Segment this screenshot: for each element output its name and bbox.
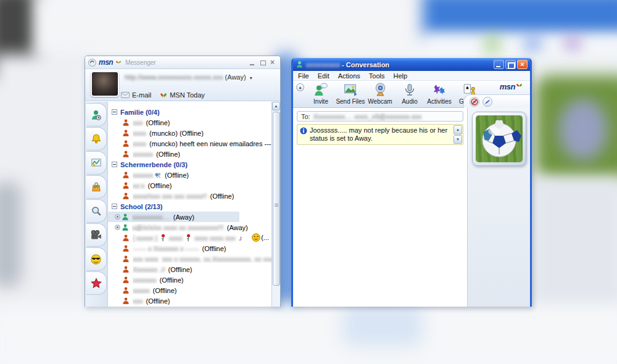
rose-icon xyxy=(186,234,191,242)
emoticon-suffix-text: (... xyxy=(261,234,269,241)
tab-search[interactable] xyxy=(86,199,107,223)
conversation-titlebar[interactable]: xxxxxxxxx - Conversation × xyxy=(293,58,530,71)
contact-row[interactable]: xxxx//xxx xxx xxx xxxxx!! (Offline) xyxy=(108,191,271,201)
msn-butterfly-icon xyxy=(115,59,122,65)
handwriting-pen-icon[interactable] xyxy=(482,97,492,107)
contact-row[interactable]: xx:x (Offline) xyxy=(108,180,271,191)
msn-today-button[interactable]: MSN Today xyxy=(160,91,205,99)
contact-text: xxxxxxxxx.... (Away) xyxy=(132,213,194,221)
invite-button[interactable]: Invite xyxy=(307,81,335,107)
audio-button[interactable]: Audio xyxy=(395,81,424,107)
collapse-icon[interactable] xyxy=(112,204,117,209)
group-header[interactable]: School (2/13) xyxy=(108,201,271,212)
contact-text: xxxxxxx (Offline) xyxy=(133,276,183,284)
block-icon[interactable] xyxy=(470,97,479,107)
menu-help[interactable]: Help xyxy=(393,72,407,80)
contact-row[interactable]: xxxxxx (Offline) xyxy=(108,170,271,180)
webcam-button[interactable]: Webcam xyxy=(366,81,394,107)
user-display-name[interactable]: http://www.xxxxxxxxxx-xxxxx.xxx xyxy=(125,73,223,81)
tab-alerts[interactable] xyxy=(86,127,107,151)
messenger-window: msn Messenger × http://www.xxxxxxxxxx-xx… xyxy=(85,56,281,307)
msn-logo: msn xyxy=(500,82,515,91)
soccer-ball-image xyxy=(476,115,523,162)
group-header[interactable]: Familie (0/4) xyxy=(108,107,271,117)
minimize-icon[interactable] xyxy=(494,60,504,69)
member-badge-icon xyxy=(115,214,120,220)
messenger-titlebar[interactable]: msn Messenger × xyxy=(85,56,280,69)
buddy-window-icon xyxy=(296,60,304,68)
favorites-star-icon xyxy=(91,278,102,289)
minimize-icon[interactable] xyxy=(249,59,256,66)
group-name: School (2/13) xyxy=(120,203,162,210)
send-files-icon xyxy=(342,81,358,97)
send-files-button[interactable]: Send Files xyxy=(336,81,365,107)
contact-row[interactable]: xxx xxxx xxx x xxxxxx, xx.Xxxxxxxxxxx, x… xyxy=(108,254,271,264)
message-history[interactable] xyxy=(297,145,463,268)
contact-row[interactable]: x@/x/x/xx xxxx xx xxxxxxxxx!!! (Away) xyxy=(108,222,271,233)
group-header[interactable]: Schermerbende (0/3) xyxy=(108,159,271,170)
contact-text: xxxxxx (Offline) xyxy=(133,172,189,179)
tab-favorites[interactable] xyxy=(86,271,107,295)
maximize-icon[interactable] xyxy=(505,60,516,69)
contact-text: [ xxxxx ] xxxx xxxx xxxx xxx ♪ xyxy=(133,234,242,242)
contact-row[interactable]: xxxxx (Offline) xyxy=(108,285,271,296)
video-camera-icon xyxy=(90,230,102,241)
to-field[interactable]: To: Xxxxxxxxx.... xxxx_x9@xxxxxxx.xxx xyxy=(297,111,463,122)
rose-icon xyxy=(160,234,166,242)
contact-text: xxxx (muncko) (Offline) xyxy=(133,130,204,137)
message-area: To: Xxxxxxxxx.... xxxx_x9@xxxxxxx.xxx Jo… xyxy=(293,108,467,307)
contact-row[interactable]: [ xxxxx ] xxxx xxxx xxxx xxx ♪(... xyxy=(108,233,271,243)
activities-button[interactable]: Activities xyxy=(425,81,453,107)
contact-row[interactable]: xxxxxxx (Offline) xyxy=(108,275,271,285)
menu-tools[interactable]: Tools xyxy=(369,72,385,80)
contact-row[interactable]: xxxxxxxxx.... (Away) xyxy=(108,212,239,222)
offline-buddy-icon xyxy=(122,150,130,158)
contact-row[interactable]: xxx (Offline) xyxy=(108,296,271,306)
contact-text: xxxx//xxx xxx xxx xxxxx!! (Offline) xyxy=(133,192,234,200)
menu-actions[interactable]: Actions xyxy=(338,72,360,80)
tab-shopping[interactable] xyxy=(86,175,107,199)
tab-contacts[interactable] xyxy=(86,103,107,126)
contact-row[interactable]: xxx (Offline) xyxy=(108,117,271,128)
contact-row[interactable]: xxxx (muncko) (Offline) xyxy=(108,128,271,138)
display-picture-panel xyxy=(467,108,530,307)
offline-buddy-icon xyxy=(122,192,130,200)
contact-text: x@/x/x/xx xxxx xx xxxxxxxxx!!! (Away) xyxy=(132,224,248,231)
contact-text: xxx (Offline) xyxy=(133,119,170,126)
contact-row[interactable]: Xxxxxxx .// (Offline) xyxy=(108,264,271,275)
conversation-contact-name: xxxxxxxxx xyxy=(306,61,340,68)
tab-stocks[interactable] xyxy=(86,151,107,175)
music-note-icon: ♪ xyxy=(239,234,242,242)
scrollbar-thumb[interactable] xyxy=(273,112,280,286)
away-notice-text: Joosssss..... may not reply because his … xyxy=(310,126,447,142)
collapse-icon[interactable] xyxy=(112,109,117,115)
contact-text: xxx xxxx xxx x xxxxxx, xx.Xxxxxxxxxxx, x… xyxy=(133,255,271,263)
email-button[interactable]: E-mail xyxy=(121,91,151,99)
menu-edit[interactable]: Edit xyxy=(318,72,329,80)
tab-emoticons[interactable] xyxy=(86,247,107,271)
maximize-icon[interactable] xyxy=(260,59,267,66)
user-avatar[interactable] xyxy=(91,71,119,97)
offline-buddy-icon xyxy=(122,139,130,147)
contact-text: xxx (Offline) xyxy=(133,297,170,305)
conversation-window: xxxxxxxxx - Conversation × File Edit Act… xyxy=(291,58,532,307)
tab-video[interactable] xyxy=(86,223,107,247)
toolbar-collapse-button[interactable]: ▲ xyxy=(296,83,304,91)
contact-text: Xxxxxxx .// (Offline) xyxy=(133,266,193,273)
contact-row[interactable]: ------ x Xxxxxxx x ------ (Offline) xyxy=(108,243,271,254)
contact-row[interactable]: xxxxxx (Offline) xyxy=(108,149,271,159)
display-picture-frame[interactable] xyxy=(472,112,526,166)
close-icon[interactable]: × xyxy=(517,60,528,69)
notice-scroll-up-icon[interactable]: ▲ xyxy=(453,125,462,134)
contact-text: ------ x Xxxxxxx x ------ (Offline) xyxy=(133,245,226,252)
notice-scroll-down-icon[interactable]: ▼ xyxy=(453,135,462,144)
webcam-icon xyxy=(373,81,388,97)
contact-list-scrollbar[interactable]: ▲ xyxy=(271,102,280,307)
chevron-down-icon[interactable]: ▾ xyxy=(250,75,252,81)
collapse-icon[interactable] xyxy=(112,162,117,167)
contact-row[interactable]: xxxx (muncko) heeft een nieuw emailadres… xyxy=(108,138,271,149)
menu-file[interactable]: File xyxy=(298,72,309,80)
scroll-up-icon[interactable]: ▲ xyxy=(272,102,280,110)
close-icon[interactable]: × xyxy=(270,59,277,66)
corner-button-tab xyxy=(463,94,530,108)
